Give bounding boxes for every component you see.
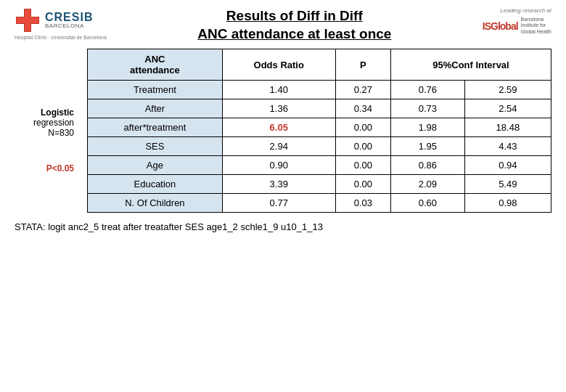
row-ci-low-5: 2.09 — [390, 175, 464, 194]
side-label-n: N=830 — [48, 128, 81, 138]
table-row: Age0.900.000.860.94 — [88, 156, 551, 175]
left-panel: Logistic regression N=830 P<0.05 — [15, 49, 87, 188]
title-area: Results of Diff in Diff ANC attendance a… — [107, 7, 483, 43]
table-row: Treatment1.400.270.762.59 — [88, 81, 551, 99]
isglobal-logo: ISGlobal — [483, 20, 518, 32]
row-ci-low-6: 0.60 — [390, 194, 464, 213]
logo-area: CRESIB BARCELONA Hospital Clínic · Unive… — [15, 7, 107, 40]
right-area: Leading research at ISGlobal Barcelona I… — [483, 7, 551, 35]
cresib-cross-icon — [15, 7, 41, 33]
row-or-2: 6.05 — [222, 118, 335, 137]
row-p-5: 0.00 — [335, 175, 390, 194]
row-or-6: 0.77 — [222, 194, 335, 213]
row-p-1: 0.34 — [335, 99, 390, 118]
row-or-3: 2.94 — [222, 137, 335, 156]
table-row: Education3.390.002.095.49 — [88, 175, 551, 194]
side-labels-logistic: Logistic regression N=830 — [15, 101, 87, 144]
row-ci-high-1: 2.54 — [464, 99, 551, 118]
side-labels-p: P<0.05 — [15, 144, 87, 188]
col-header-or: Odds Ratio — [222, 49, 335, 81]
logo-subtitle: Hospital Clínic · Universitat de Barcelo… — [15, 35, 107, 40]
row-ci-low-4: 0.86 — [390, 156, 464, 175]
row-label-1: After — [88, 99, 223, 118]
row-p-2: 0.00 — [335, 118, 390, 137]
row-ci-high-5: 5.49 — [464, 175, 551, 194]
row-ci-low-2: 1.98 — [390, 118, 464, 137]
row-p-6: 0.03 — [335, 194, 390, 213]
table-container: ANCattendance Odds Ratio P 95%Conf Inter… — [87, 49, 551, 213]
logo-cresib-text: CRESIB — [45, 11, 93, 24]
row-ci-low-0: 0.76 — [390, 81, 464, 99]
col-header-ci: 95%Conf Interval — [390, 49, 551, 81]
row-or-4: 0.90 — [222, 156, 335, 175]
table-row: N. Of Children0.770.030.600.98 — [88, 194, 551, 213]
header: CRESIB BARCELONA Hospital Clínic · Unive… — [15, 7, 551, 43]
page: CRESIB BARCELONA Hospital Clínic · Unive… — [0, 0, 566, 392]
row-or-0: 1.40 — [222, 81, 335, 99]
row-label-5: Education — [88, 175, 223, 194]
row-ci-high-4: 0.94 — [464, 156, 551, 175]
leading-text: Leading research at — [500, 7, 551, 14]
row-ci-low-3: 1.95 — [390, 137, 464, 156]
table-row: after*treatment6.050.001.9818.48 — [88, 118, 551, 137]
row-ci-high-3: 4.43 — [464, 137, 551, 156]
side-label-p: P<0.05 — [46, 163, 81, 173]
row-label-3: SES — [88, 137, 223, 156]
row-label-2: after*treatment — [88, 118, 223, 137]
row-ci-high-2: 18.48 — [464, 118, 551, 137]
main-title: Results of Diff in Diff ANC attendance a… — [121, 7, 468, 43]
row-p-0: 0.27 — [335, 81, 390, 99]
logo-box: CRESIB BARCELONA — [15, 7, 93, 33]
logo-barcelona-text: BARCELONA — [45, 23, 93, 30]
isglobal-box: ISGlobal Barcelona Institute for Global … — [483, 17, 551, 35]
row-or-1: 1.36 — [222, 99, 335, 118]
footer-stata: STATA: logit anc2_5 treat after treataft… — [15, 221, 551, 232]
row-label-6: N. Of Children — [88, 194, 223, 213]
main-layout: Logistic regression N=830 P<0.05 ANCatte… — [15, 49, 551, 213]
row-or-5: 3.39 — [222, 175, 335, 194]
svg-rect-3 — [17, 17, 38, 23]
results-table: ANCattendance Odds Ratio P 95%Conf Inter… — [87, 49, 551, 213]
row-ci-high-0: 2.59 — [464, 81, 551, 99]
row-p-4: 0.00 — [335, 156, 390, 175]
row-ci-low-1: 0.73 — [390, 99, 464, 118]
col-header-p: P — [335, 49, 390, 81]
table-row: After1.360.340.732.54 — [88, 99, 551, 118]
table-row: SES2.940.001.954.43 — [88, 137, 551, 156]
isglobal-text: Barcelona Institute for Global Health — [521, 17, 551, 35]
row-label-0: Treatment — [88, 81, 223, 99]
row-p-3: 0.00 — [335, 137, 390, 156]
side-label-regression: regression — [33, 118, 81, 128]
side-label-logistic: Logistic — [41, 107, 81, 118]
col-header-anc: ANCattendance — [88, 49, 223, 81]
logo-text-block: CRESIB BARCELONA — [45, 11, 93, 30]
row-label-4: Age — [88, 156, 223, 175]
row-ci-high-6: 0.98 — [464, 194, 551, 213]
